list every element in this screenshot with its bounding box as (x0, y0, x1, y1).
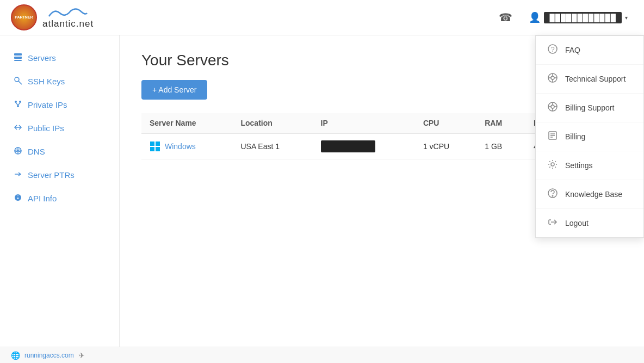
svg-point-3 (15, 77, 19, 82)
logout-icon (547, 217, 559, 230)
col-ram: RAM (476, 113, 525, 133)
footer-extra-icon: ✈ (78, 351, 85, 360)
dropdown-item-billing-support[interactable]: Billing Support (536, 94, 643, 122)
chevron-down-icon: ▾ (625, 15, 628, 21)
logo-area: PARTNER atlantic.net (11, 4, 94, 30)
dropdown-item-logout[interactable]: Logout (536, 209, 643, 237)
svg-point-5 (15, 101, 17, 103)
server-ram: 1 GB (476, 133, 525, 159)
ip-redacted-value (321, 140, 375, 152)
server-cpu: 1 vCPU (415, 133, 476, 159)
svg-rect-0 (14, 53, 22, 56)
svg-point-6 (19, 101, 21, 103)
server-ip (313, 133, 415, 159)
sidebar-item-private-ips[interactable]: Private IPs (0, 93, 119, 116)
svg-line-9 (18, 103, 20, 105)
col-ip: IP (313, 113, 415, 133)
sidebar-item-label-servers: Servers (28, 53, 56, 63)
sidebar-item-label-public-ips: Public IPs (28, 124, 64, 133)
sidebar-item-ssh-keys[interactable]: SSH Keys (0, 70, 119, 93)
sidebar-item-label-private-ips: Private IPs (28, 100, 67, 109)
footer-site-text: runningaccs.com (24, 352, 74, 359)
sidebar-item-label-dns: DNS (28, 147, 45, 156)
header: PARTNER atlantic.net ☎ 👤 ████████████ ▾ (0, 0, 644, 35)
server-location: USA East 1 (232, 133, 312, 159)
dropdown-label-knowledge-base: Knowledge Base (565, 190, 622, 199)
svg-text:?: ? (551, 46, 555, 53)
svg-rect-14 (150, 141, 154, 146)
footer: 🌐 runningaccs.com ✈ (0, 347, 644, 363)
col-location: Location (232, 113, 312, 133)
dropdown-label-billing: Billing (565, 132, 585, 141)
billing-icon (547, 130, 559, 143)
sidebar-item-label-api: API Info (28, 194, 57, 203)
logo-brand: atlantic.net (42, 19, 94, 29)
sidebar-item-label-ptrs: Server PTRs (28, 170, 75, 180)
logo-text: atlantic.net (42, 5, 94, 29)
dropdown-label-settings: Settings (565, 161, 593, 170)
server-name-cell[interactable]: Windows (141, 133, 232, 159)
user-dropdown-menu: ? FAQ Technical Support Billing Support … (535, 35, 644, 238)
svg-line-4 (18, 81, 22, 84)
svg-point-21 (551, 76, 554, 79)
globe-icon: 🌐 (11, 351, 20, 360)
ssh-keys-icon (14, 76, 22, 87)
svg-line-8 (16, 103, 18, 105)
user-name: ████████████ (544, 12, 622, 23)
windows-os-icon (150, 141, 160, 152)
add-server-button[interactable]: + Add Server (141, 80, 207, 100)
svg-point-36 (551, 163, 554, 166)
svg-point-7 (17, 105, 19, 107)
partner-badge: PARTNER (11, 4, 37, 30)
dropdown-item-settings[interactable]: Settings ◄ (536, 151, 643, 180)
sidebar-item-public-ips[interactable]: Public IPs (0, 116, 119, 140)
svg-rect-1 (14, 57, 22, 59)
sidebar: Servers SSH Keys Private IPs Public IPs … (0, 35, 120, 363)
dropdown-item-billing[interactable]: Billing (536, 122, 643, 151)
sidebar-item-server-ptrs[interactable]: Server PTRs (0, 163, 119, 187)
dropdown-label-logout: Logout (565, 219, 589, 227)
api-info-icon (14, 193, 22, 204)
dropdown-item-faq[interactable]: ? FAQ (536, 36, 643, 65)
billing-support-icon (547, 101, 559, 114)
settings-icon (547, 159, 559, 172)
dropdown-label-technical-support: Technical Support (565, 75, 626, 83)
knowledge-base-icon (547, 188, 559, 201)
svg-point-38 (552, 195, 553, 196)
sidebar-item-servers[interactable]: Servers (0, 46, 119, 70)
svg-point-27 (551, 105, 554, 108)
dns-icon (14, 146, 22, 157)
private-ips-icon (14, 100, 22, 110)
public-ips-icon (14, 123, 22, 133)
col-server-name: Server Name (141, 113, 232, 133)
dropdown-label-faq: FAQ (565, 46, 580, 54)
sidebar-item-label-ssh: SSH Keys (28, 77, 65, 86)
faq-icon: ? (547, 44, 559, 57)
server-ptrs-icon (14, 170, 22, 180)
sidebar-item-api-info[interactable]: API Info (0, 187, 119, 210)
col-cpu: CPU (415, 113, 476, 133)
svg-rect-15 (156, 141, 160, 146)
sidebar-item-dns[interactable]: DNS (0, 140, 119, 163)
svg-rect-2 (14, 60, 22, 61)
phone-icon[interactable]: ☎ (499, 11, 512, 24)
dropdown-item-technical-support[interactable]: Technical Support (536, 65, 643, 94)
svg-rect-17 (156, 147, 160, 151)
svg-rect-16 (150, 147, 154, 151)
user-icon: 👤 (529, 11, 541, 23)
dropdown-item-knowledge-base[interactable]: Knowledge Base (536, 180, 643, 209)
dropdown-label-billing-support: Billing Support (565, 103, 614, 112)
user-menu-button[interactable]: 👤 ████████████ ▾ (523, 8, 633, 27)
technical-support-icon (547, 72, 559, 85)
servers-icon (14, 53, 22, 63)
server-name-label: Windows (165, 142, 196, 151)
